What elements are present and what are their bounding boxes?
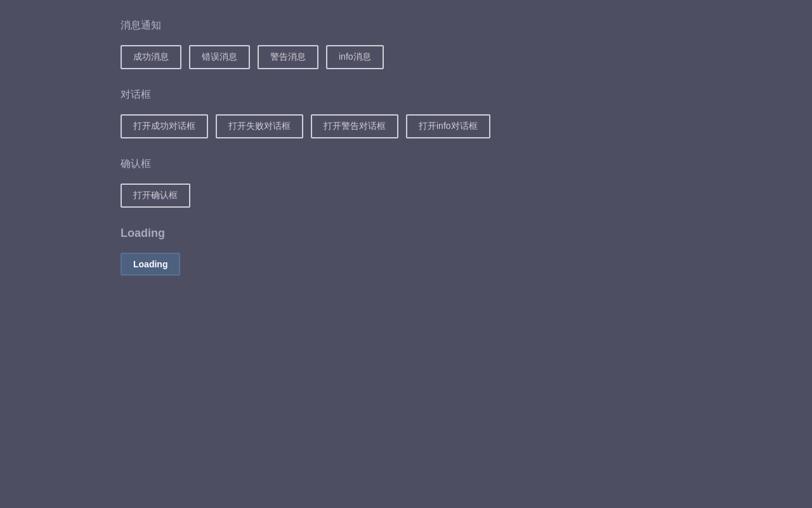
notification-section: 消息通知 成功消息 错误消息 警告消息 info消息 — [121, 19, 691, 69]
open-success-dialog-button[interactable]: 打开成功对话框 — [121, 114, 208, 138]
main-content: 消息通知 成功消息 错误消息 警告消息 info消息 对话框 打开成功对话框 打… — [0, 0, 812, 307]
confirm-button-group: 打开确认框 — [121, 184, 691, 208]
dialog-title: 对话框 — [121, 88, 691, 102]
open-fail-dialog-button[interactable]: 打开失败对话框 — [216, 114, 303, 138]
loading-title: Loading — [121, 227, 691, 240]
open-info-dialog-button[interactable]: 打开info对话框 — [406, 114, 490, 138]
loading-button[interactable]: Loading — [121, 253, 180, 276]
dialog-button-group: 打开成功对话框 打开失败对话框 打开警告对话框 打开info对话框 — [121, 114, 691, 138]
warning-msg-button[interactable]: 警告消息 — [258, 45, 318, 69]
confirm-title: 确认框 — [121, 157, 691, 171]
loading-button-group: Loading — [121, 253, 691, 276]
open-warning-dialog-button[interactable]: 打开警告对话框 — [311, 114, 398, 138]
notification-button-group: 成功消息 错误消息 警告消息 info消息 — [121, 45, 691, 69]
info-msg-button[interactable]: info消息 — [326, 45, 384, 69]
success-msg-button[interactable]: 成功消息 — [121, 45, 181, 69]
open-confirm-button[interactable]: 打开确认框 — [121, 184, 190, 208]
dialog-section: 对话框 打开成功对话框 打开失败对话框 打开警告对话框 打开info对话框 — [121, 88, 691, 138]
confirm-section: 确认框 打开确认框 — [121, 157, 691, 208]
notification-title: 消息通知 — [121, 19, 691, 32]
error-msg-button[interactable]: 错误消息 — [189, 45, 250, 69]
loading-section: Loading Loading — [121, 227, 691, 276]
